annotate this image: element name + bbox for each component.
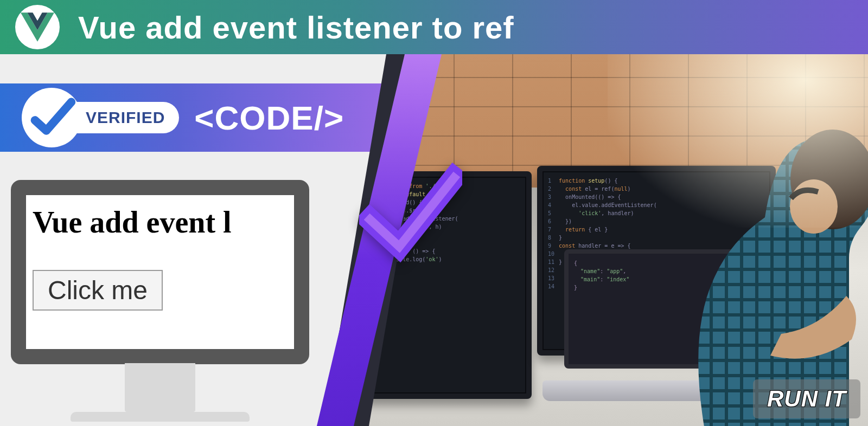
verified-badge: VERIFIED: [22, 88, 179, 147]
monitor-bezel: Vue add event l Click me: [11, 180, 309, 364]
demo-heading: Vue add event l: [33, 205, 288, 240]
thumbnail-root: Vue add event listener to ref VERIFIED <…: [0, 0, 868, 426]
run-it-button[interactable]: RUN IT: [753, 379, 860, 418]
click-me-button[interactable]: Click me: [33, 270, 163, 311]
code-label: <CODE/>: [194, 99, 344, 137]
monitor-stand: [125, 363, 195, 412]
scene-laptop: { "name": "app", "main": "index"}: [542, 249, 797, 401]
page-title: Vue add event listener to ref: [78, 9, 514, 46]
verified-code-banner: VERIFIED <CODE/>: [0, 83, 395, 152]
monitor-screen: Vue add event l Click me: [26, 195, 294, 349]
monitor-base: [71, 412, 250, 422]
header-bar: Vue add event listener to ref: [0, 0, 868, 54]
giant-checkmark-icon: [359, 163, 462, 266]
vue-logo-icon: [15, 5, 60, 49]
checkmark-icon: [22, 88, 81, 147]
demo-monitor: Vue add event l Click me: [11, 180, 309, 422]
